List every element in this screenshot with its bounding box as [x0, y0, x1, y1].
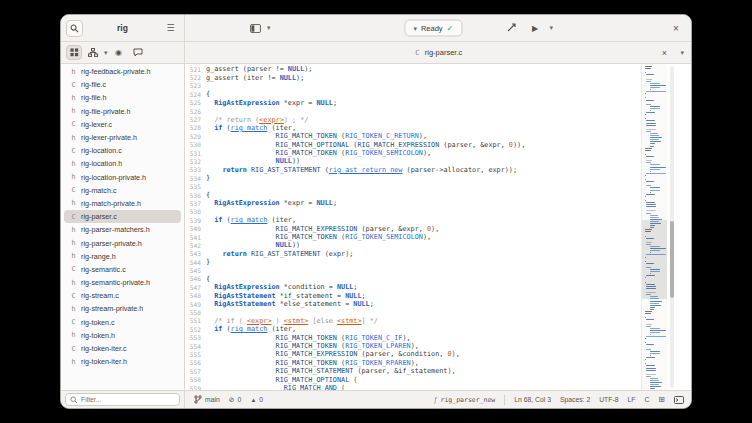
- code-line: 558 RIG_MATCH_OPTIONAL (: [185, 375, 635, 383]
- minimap-line: [646, 370, 657, 371]
- line-number: 535: [185, 183, 206, 190]
- code-line: 527 /* return (<expr>) ; */: [185, 115, 635, 123]
- minimap-line: [646, 213, 651, 214]
- indent-mode[interactable]: Spaces: 2: [560, 396, 590, 403]
- minimap-line: [646, 344, 654, 345]
- code-text: /* if ( <expr> ) <stmt> [else <stmt>] */: [206, 317, 378, 325]
- tab-close-button[interactable]: ×: [662, 48, 667, 58]
- minimap-line: [646, 74, 654, 75]
- file-item[interactable]: hrig-range.h: [64, 250, 181, 263]
- file-type-icon: h: [70, 358, 77, 366]
- minimap-line: [646, 160, 652, 161]
- minimap-line: [646, 123, 656, 124]
- file-item[interactable]: hrig-location-private.h: [64, 171, 181, 184]
- file-item[interactable]: hrig-semantic-private.h: [64, 276, 181, 289]
- switcher-chevron-icon[interactable]: ▾: [104, 49, 108, 57]
- code-line: 541 RIG_MATCH_TOKEN (RIG_TOKEN_SEMICOLON…: [185, 233, 635, 241]
- function-icon: ƒ: [434, 396, 438, 403]
- panel-chevron-icon[interactable]: ▾: [267, 24, 271, 32]
- minimap-viewport[interactable]: [642, 220, 667, 298]
- run-button[interactable]: ▶: [526, 20, 543, 37]
- minimap-line: [650, 351, 661, 352]
- minimap-line: [645, 150, 651, 151]
- menu-button[interactable]: ☰: [162, 20, 179, 37]
- file-item[interactable]: Crig-semantic.c: [64, 263, 181, 276]
- filter-field[interactable]: [65, 393, 180, 406]
- toggle-panel-button[interactable]: [247, 20, 264, 37]
- file-item[interactable]: Crig-stream.c: [64, 289, 181, 302]
- file-item[interactable]: Crig-parser.c: [64, 210, 181, 223]
- file-type-icon: h: [70, 199, 77, 207]
- terminal-icon[interactable]: [674, 396, 684, 404]
- code-line: 536{: [185, 191, 635, 199]
- minimap-line: [645, 102, 665, 103]
- error-counter[interactable]: ⊘ 0: [229, 396, 242, 404]
- scrollbar-thumb[interactable]: [670, 221, 674, 298]
- file-item[interactable]: Crig-file.c: [64, 78, 181, 91]
- file-name: rig-parser-matchers.h: [81, 225, 150, 234]
- file-item[interactable]: hrig-token.h: [64, 329, 181, 342]
- hamburger-icon: ☰: [166, 23, 174, 33]
- code-line: 557 RIG_MATCH_STATEMENT (parser, &if_sta…: [185, 367, 635, 375]
- minimap[interactable]: [641, 64, 667, 390]
- file-item[interactable]: Crig-location.c: [64, 144, 181, 157]
- warning-counter[interactable]: ▲ 0: [250, 396, 263, 403]
- build-status-button[interactable]: ▾ Ready ✓: [404, 20, 462, 37]
- file-item[interactable]: hrig-match-private.h: [64, 197, 181, 210]
- line-ending[interactable]: LF: [627, 396, 635, 403]
- file-name: rig-token.c: [81, 318, 115, 327]
- run-chevron-icon[interactable]: ▾: [549, 24, 553, 32]
- file-item[interactable]: hrig-lexer-private.h: [64, 131, 181, 144]
- encoding[interactable]: UTF-8: [599, 396, 618, 403]
- search-button[interactable]: [66, 20, 83, 37]
- close-icon: ×: [673, 23, 679, 34]
- code-line: 533 return RIG_AST_STATEMENT (rig_ast_re…: [185, 166, 635, 174]
- close-window-button[interactable]: ×: [668, 20, 684, 36]
- tab-rig-parser[interactable]: C rig-parser.c: [414, 48, 463, 57]
- file-item[interactable]: hrig-parser-matchers.h: [64, 223, 181, 236]
- file-item[interactable]: Crig-lexer.c: [64, 118, 181, 131]
- file-item[interactable]: hrig-stream-private.h: [64, 302, 181, 315]
- git-branch-icon: [194, 395, 202, 404]
- symbols-panel-button[interactable]: [85, 45, 101, 60]
- cursor-position[interactable]: Ln 68, Col 3: [514, 396, 551, 403]
- minimap-line: [650, 307, 655, 308]
- targets-panel-button[interactable]: ◉: [111, 45, 127, 60]
- build-button[interactable]: [503, 20, 520, 37]
- grid-toggle-icon[interactable]: ⊞: [658, 395, 665, 404]
- tab-row: ▾ ◉ C rig-parser.c × ▾: [61, 42, 691, 64]
- tab-list-chevron-icon[interactable]: ▾: [680, 49, 684, 57]
- files-panel-button[interactable]: [66, 45, 82, 60]
- code-text: RIG_MATCH_TOKEN (RIG_TOKEN_C_RETURN),: [206, 132, 427, 140]
- language-mode[interactable]: C: [644, 396, 649, 403]
- warning-icon: ▲: [250, 397, 256, 403]
- minimap-line: [650, 190, 660, 191]
- line-number: 534: [185, 175, 206, 182]
- code-line: 528 if (rig_match (iter,: [185, 124, 635, 132]
- notes-panel-button[interactable]: [130, 45, 146, 60]
- code-line: 538: [185, 208, 635, 216]
- file-item[interactable]: Crig-token.c: [64, 316, 181, 329]
- code-editor[interactable]: 521g_assert (parser != NULL);522g_assert…: [185, 64, 691, 390]
- file-item[interactable]: hrig-token-iter.h: [64, 355, 181, 368]
- minimap-line: [650, 146, 654, 147]
- minimap-line: [650, 215, 659, 216]
- file-item[interactable]: Crig-match.c: [64, 184, 181, 197]
- file-type-icon: C: [70, 213, 77, 221]
- status-divider: [504, 395, 505, 405]
- filter-input[interactable]: [81, 396, 161, 403]
- minimap-line: [646, 368, 656, 369]
- line-number: 538: [185, 208, 206, 215]
- file-item[interactable]: hrig-location.h: [64, 157, 181, 170]
- file-item[interactable]: hrig-parser-private.h: [64, 236, 181, 249]
- file-item[interactable]: hrig-feedback-private.h: [64, 65, 181, 78]
- minimap-line: [650, 87, 660, 88]
- file-item[interactable]: Crig-token-iter.c: [64, 342, 181, 355]
- file-item[interactable]: hrig-file.h: [64, 91, 181, 104]
- symbol-indicator[interactable]: ƒ rig_parser_new: [434, 396, 496, 404]
- minimap-line: [646, 91, 665, 92]
- branch-indicator[interactable]: main: [194, 395, 220, 404]
- file-item[interactable]: hrig-file-private.h: [64, 105, 181, 118]
- code-text: g_assert (iter != NULL);: [206, 74, 304, 82]
- scrollbar[interactable]: [670, 66, 674, 388]
